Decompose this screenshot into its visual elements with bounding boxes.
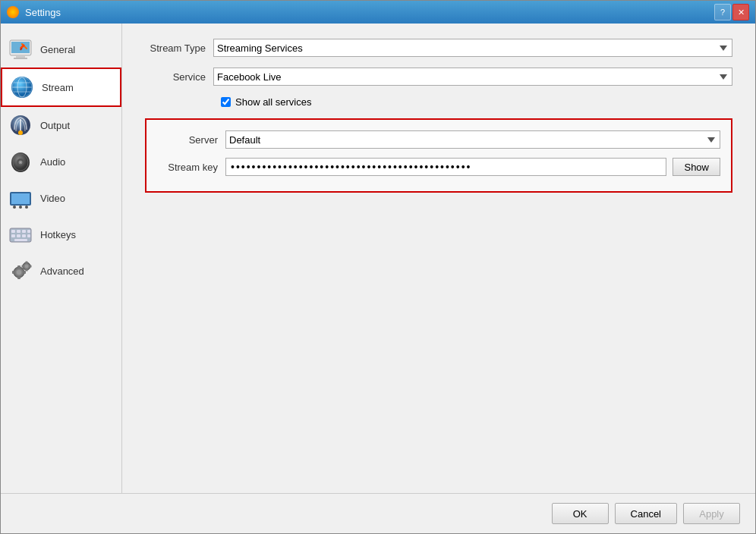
sidebar: General — [1, 24, 122, 493]
sidebar-label-audio: Audio — [40, 156, 65, 168]
settings-window: Settings ? ✕ — [0, 0, 756, 534]
apply-button[interactable]: Apply — [683, 503, 740, 524]
svg-rect-28 — [17, 230, 20, 233]
help-button[interactable]: ? — [714, 4, 731, 20]
svg-point-25 — [25, 206, 28, 209]
window-title: Settings — [25, 7, 61, 18]
svg-point-43 — [25, 265, 28, 268]
svg-rect-46 — [22, 265, 24, 268]
svg-rect-31 — [11, 234, 15, 237]
show-stream-key-button[interactable]: Show — [673, 158, 720, 176]
svg-rect-40 — [12, 271, 14, 274]
sidebar-label-stream: Stream — [42, 82, 74, 93]
audio-icon — [8, 149, 33, 174]
svg-rect-44 — [26, 262, 28, 264]
service-control: Facebook Live — [213, 68, 732, 86]
app-icon — [7, 6, 19, 18]
sidebar-label-advanced: Advanced — [40, 265, 84, 277]
service-select[interactable]: Facebook Live — [213, 68, 732, 86]
output-icon — [8, 113, 33, 137]
stream-type-select[interactable]: Streaming Services — [213, 39, 732, 57]
service-row: Service Facebook Live — [145, 68, 732, 86]
hotkeys-icon — [8, 222, 33, 247]
svg-point-15 — [18, 130, 23, 135]
svg-point-24 — [19, 206, 22, 209]
sidebar-label-hotkeys: Hotkeys — [40, 229, 76, 240]
sidebar-label-output: Output — [40, 120, 70, 131]
sidebar-item-audio[interactable]: Audio — [1, 143, 121, 180]
server-control: Default — [225, 130, 720, 149]
svg-rect-41 — [24, 271, 26, 274]
svg-rect-34 — [27, 234, 30, 237]
advanced-icon — [8, 259, 33, 283]
stream-key-control: Show — [225, 158, 720, 176]
stream-type-control: Streaming Services — [213, 39, 732, 57]
cancel-button[interactable]: Cancel — [615, 503, 677, 524]
sidebar-label-video: Video — [40, 193, 65, 204]
main-content: Stream Type Streaming Services Service F… — [122, 24, 755, 493]
svg-point-19 — [20, 162, 21, 163]
stream-key-row: Stream key Show — [157, 158, 720, 176]
svg-rect-39 — [17, 277, 20, 279]
sidebar-item-general[interactable]: General — [1, 31, 121, 68]
general-icon — [8, 37, 33, 61]
svg-rect-30 — [27, 230, 30, 233]
svg-rect-33 — [22, 234, 26, 237]
sidebar-item-stream[interactable]: Stream — [1, 68, 121, 107]
server-label: Server — [157, 134, 225, 146]
svg-rect-45 — [26, 269, 28, 272]
sidebar-item-video[interactable]: Video — [1, 180, 121, 216]
stream-icon — [10, 75, 34, 99]
window-body: General — [1, 24, 755, 493]
stream-key-input[interactable] — [225, 158, 666, 176]
stream-type-label: Stream Type — [145, 42, 213, 54]
show-all-services-label[interactable]: Show all services — [235, 96, 311, 108]
video-icon — [8, 186, 33, 210]
svg-rect-29 — [22, 230, 26, 233]
svg-rect-38 — [17, 265, 20, 268]
stream-key-label: Stream key — [157, 162, 225, 173]
svg-rect-47 — [30, 265, 32, 268]
close-button[interactable]: ✕ — [732, 4, 749, 20]
ok-button[interactable]: OK — [552, 503, 609, 524]
svg-point-37 — [17, 270, 21, 275]
sidebar-label-general: General — [40, 44, 75, 55]
svg-rect-22 — [11, 193, 30, 204]
service-label: Service — [145, 71, 213, 83]
stream-type-row: Stream Type Streaming Services — [145, 39, 732, 57]
svg-rect-32 — [17, 234, 20, 237]
title-bar-buttons: ? ✕ — [714, 4, 749, 20]
stream-config-section: Server Default Stream key Show — [145, 118, 732, 193]
bottom-bar: OK Cancel Apply — [1, 493, 755, 533]
svg-rect-3 — [14, 58, 27, 59]
show-all-services-checkbox[interactable] — [221, 97, 231, 107]
server-row: Server Default — [157, 130, 720, 149]
show-all-services-row: Show all services — [221, 96, 732, 108]
svg-rect-27 — [11, 230, 15, 233]
svg-point-23 — [13, 206, 16, 209]
sidebar-item-hotkeys[interactable]: Hotkeys — [1, 216, 121, 253]
svg-rect-35 — [14, 239, 27, 241]
sidebar-item-output[interactable]: Output — [1, 107, 121, 143]
title-bar: Settings ? ✕ — [1, 1, 755, 24]
title-bar-left: Settings — [7, 6, 61, 18]
sidebar-item-advanced[interactable]: Advanced — [1, 253, 121, 289]
server-select[interactable]: Default — [225, 130, 720, 149]
